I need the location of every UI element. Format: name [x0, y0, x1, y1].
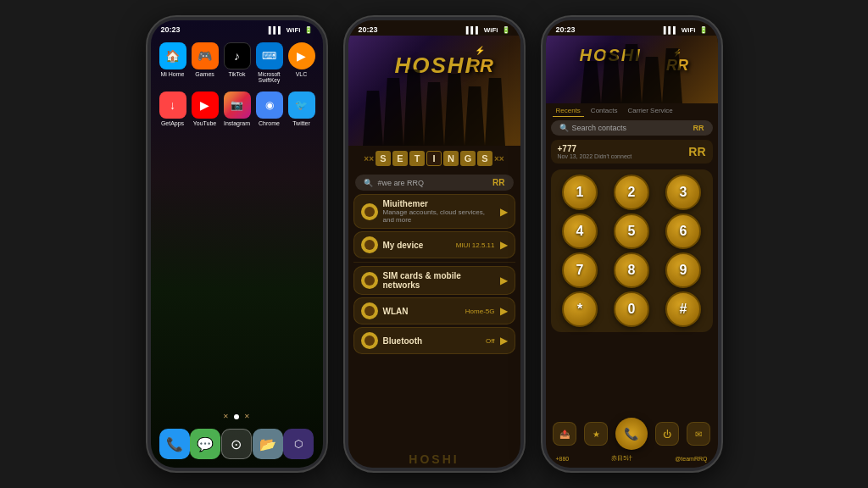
app-grid-row1: 🏠 Mi Home 🎮 Games ♪ TikTok ⌨ Microsoft S… — [151, 36, 323, 90]
app-tiktok[interactable]: ♪ TikTok — [224, 42, 251, 83]
dot-x-left: ✕ — [223, 413, 229, 420]
char3-5 — [662, 48, 682, 103]
action-power[interactable]: ⏻ — [655, 422, 679, 446]
device-arrow: ▶ — [500, 239, 508, 251]
battery-3: 🔋 — [699, 26, 708, 34]
phone3-search[interactable]: 🔍 Search contacts RR — [551, 120, 713, 136]
call-button[interactable]: 📞 — [615, 418, 648, 450]
dial-hash[interactable]: # — [665, 291, 701, 327]
wlan-arrow: ▶ — [500, 305, 508, 317]
settings-search[interactable]: 🔍 #we are RRQ RR — [355, 175, 514, 191]
app-youtube[interactable]: ▶ YouTube — [192, 92, 219, 127]
status-bar-1: 20:23 ▌▌▌ WiFi 🔋 — [151, 20, 323, 36]
tab-carrier[interactable]: Carrier Service — [624, 105, 676, 117]
bar-text-left: +880 — [556, 456, 570, 462]
page-dots: ✕ ✕ — [151, 409, 323, 424]
dock-messages[interactable]: 💬 — [190, 429, 220, 459]
app-chrome[interactable]: ◉ Chrome — [256, 92, 283, 127]
dial-4[interactable]: 4 — [562, 214, 598, 249]
banner-characters — [348, 53, 520, 146]
banner-chars-3 — [546, 36, 718, 103]
phone3-action-row: 📤 ★ 📞 ⏻ ✉ — [551, 418, 713, 450]
device-value: MIUI 12.5.11 — [456, 241, 495, 249]
signal-2: ▌▌▌ — [466, 26, 481, 34]
app-instagram[interactable]: 📷 Instagram — [224, 92, 251, 127]
bar-text-right: @teamRRQ — [675, 456, 707, 462]
action-share[interactable]: 📤 — [553, 422, 576, 446]
dial-6[interactable]: 6 — [665, 214, 701, 249]
char-4 — [424, 82, 444, 146]
contact-number: +777 — [558, 144, 632, 153]
phone-1: 20:23 ▌▌▌ WiFi 🔋 🏠 Mi Home 🎮 G — [146, 15, 328, 473]
swiftkey-label: Microsoft SwiftKey — [256, 71, 283, 83]
device-icon — [361, 236, 378, 253]
settings-item-miuithemer[interactable]: Miuithemer Manage accounts, cloud servic… — [353, 194, 515, 229]
mi-home-icon: 🏠 — [159, 42, 186, 69]
dial-0[interactable]: 0 — [614, 291, 649, 327]
app-vlc[interactable]: ▶ VLC — [288, 42, 315, 83]
phone3-bottom: 📤 ★ 📞 ⏻ ✉ +880 赤目5计 @teamRRQ — [546, 336, 718, 468]
sim-icon — [361, 272, 378, 289]
status-bar-3: 20:23 ▌▌▌ WiFi 🔋 — [546, 20, 718, 36]
dial-8[interactable]: 8 — [614, 252, 649, 288]
tab-contacts[interactable]: Contacts — [587, 105, 621, 117]
search-icon-3: 🔍 — [559, 124, 569, 132]
wifi-icon: WiFi — [287, 26, 301, 34]
settings-item-device[interactable]: My device MIUI 12.5.11 ▶ — [353, 231, 515, 258]
phone-3-screen: 20:23 ▌▌▌ WiFi 🔋 ⚡ RR HOSHI — [546, 20, 718, 468]
battery-icon: 🔋 — [304, 26, 313, 34]
miuithemer-text: Miuithemer Manage accounts, cloud servic… — [383, 199, 495, 224]
miuithemer-subtitle: Manage accounts, cloud services, and mor… — [383, 208, 495, 224]
rrq-small-3: RR — [693, 124, 704, 132]
settings-item-bluetooth[interactable]: Bluetooth Off ▶ — [353, 327, 515, 354]
settings-item-sim[interactable]: SIM cards & mobile networks ▶ — [353, 266, 515, 295]
search-placeholder-2: #we are RRQ — [378, 179, 488, 187]
settings-title-bar: ×× S E T I N G S ×× — [348, 146, 520, 171]
wifi-3: WiFi — [682, 26, 696, 34]
action-whatsapp[interactable]: ✉ — [687, 422, 710, 446]
rrq-small-logo-2: RR — [492, 178, 504, 187]
action-star[interactable]: ★ — [584, 422, 608, 446]
sim-text: SIM cards & mobile networks — [383, 271, 495, 290]
char3-1 — [581, 61, 601, 103]
app-twitter[interactable]: 🐦 Twitter — [288, 92, 315, 127]
tile-T: T — [409, 151, 425, 166]
tab-recents[interactable]: Recents — [553, 105, 584, 117]
dial-2[interactable]: 2 — [614, 175, 649, 210]
rrq-banner: ⚡ RR HOSHI — [348, 36, 520, 146]
app-games[interactable]: 🎮 Games — [192, 42, 219, 83]
dial-3[interactable]: 3 — [665, 175, 701, 210]
char-2 — [383, 78, 403, 146]
phone-1-screen: 20:23 ▌▌▌ WiFi 🔋 🏠 Mi Home 🎮 G — [151, 20, 323, 468]
contact-777[interactable]: +777 Nov 13, 2022 Didn't connect RR — [551, 140, 713, 164]
settings-tiles: ×× S E T I N G S ×× — [364, 151, 504, 166]
settings-item-wlan[interactable]: WLAN Home-5G ▶ — [353, 297, 515, 324]
vlc-icon: ▶ — [288, 42, 315, 69]
dot-active — [234, 414, 239, 419]
contact-info: +777 Nov 13, 2022 Didn't connect — [558, 144, 632, 159]
dial-9[interactable]: 9 — [665, 252, 701, 288]
device-title: My device — [383, 241, 424, 250]
games-icon: 🎮 — [192, 42, 219, 69]
dock-files[interactable]: 📂 — [253, 429, 283, 459]
app-getapps[interactable]: ↓ GetApps — [159, 92, 186, 127]
app-swiftkey[interactable]: ⌨ Microsoft SwiftKey — [256, 42, 283, 83]
char3-3 — [621, 44, 642, 103]
bluetooth-value: Off — [486, 337, 495, 345]
wlan-title: WLAN — [383, 307, 460, 316]
dock-app4[interactable]: ⬡ — [283, 429, 314, 459]
dial-7[interactable]: 7 — [562, 252, 598, 288]
dial-star[interactable]: * — [562, 291, 598, 327]
dock-center[interactable]: ⊙ — [221, 429, 252, 459]
tile-S: S — [376, 151, 391, 166]
char-6 — [465, 86, 485, 146]
status-icons-1: ▌▌▌ WiFi 🔋 — [269, 26, 313, 34]
youtube-icon: ▶ — [192, 92, 219, 119]
app-mi-home[interactable]: 🏠 Mi Home — [159, 42, 186, 83]
dial-5[interactable]: 5 — [614, 214, 649, 249]
status-icons-2: ▌▌▌ WiFi 🔋 — [466, 26, 510, 34]
dock-phone[interactable]: 📞 — [159, 429, 190, 459]
tile-S2: S — [477, 151, 492, 166]
sim-title: SIM cards & mobile networks — [383, 271, 495, 290]
dial-1[interactable]: 1 — [562, 175, 598, 210]
